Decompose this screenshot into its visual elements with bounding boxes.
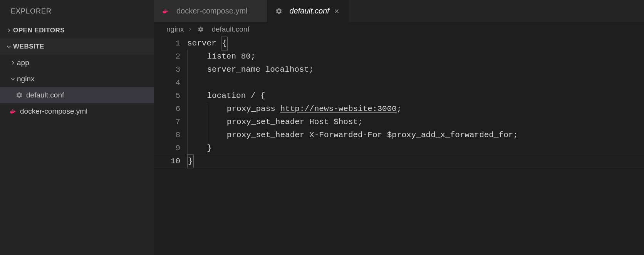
tree-file-default-conf[interactable]: default.conf [0,87,154,103]
code-line[interactable]: listen 80; [187,50,644,63]
tab-label: default.conf [290,7,329,15]
code-content[interactable]: server { listen 80; server_name localhos… [187,37,644,255]
tab-label: docker-compose.yml [176,7,248,15]
app-root: EXPLORER OPEN EDITORS WEBSITE app [0,0,644,255]
gear-icon [15,92,24,99]
gear-icon [274,8,283,15]
explorer-sidebar: EXPLORER OPEN EDITORS WEBSITE app [0,0,154,255]
tree-label: app [17,59,154,67]
docker-icon [161,7,170,15]
line-number: 4 [154,76,180,89]
code-line[interactable]: proxy_set_header Host $host; [187,116,644,129]
breadcrumb-segment[interactable]: default.conf [211,25,249,34]
chevron-down-icon [8,76,17,82]
line-gutter: 12345678910 [154,37,187,255]
line-number: 3 [154,63,180,76]
docker-icon [8,107,18,115]
line-number: 5 [154,89,180,102]
code-line[interactable]: proxy_pass http://news-website:3000; [187,102,644,116]
line-number: 6 [154,102,180,116]
tree-folder-app[interactable]: app [0,55,154,71]
code-line[interactable]: server { [187,37,644,50]
code-line[interactable]: } [187,155,644,168]
code-line[interactable]: } [187,142,644,155]
chevron-down-icon [5,44,13,49]
chevron-right-icon [188,27,192,32]
file-tree: app nginx default.conf docker-compose.ym… [0,55,154,119]
gear-icon [196,26,205,32]
project-label: WEBSITE [13,43,44,50]
line-number: 10 [154,155,180,168]
url-link[interactable]: http://news-website:3000 [280,102,396,116]
tree-label: docker-compose.yml [20,107,154,116]
chevron-right-icon [8,60,17,65]
line-number: 8 [154,129,180,142]
breadcrumb-segment[interactable]: nginx [166,25,184,34]
editor-area: docker-compose.yml default.conf nginx [154,0,644,255]
tree-folder-nginx[interactable]: nginx [0,71,154,87]
line-number: 7 [154,116,180,129]
code-line[interactable] [187,76,644,89]
explorer-title: EXPLORER [0,0,154,22]
code-line[interactable]: location / { [187,89,644,102]
breadcrumb[interactable]: nginx default.conf [154,22,644,36]
code-line[interactable]: proxy_set_header X-Forwarded-For $proxy_… [187,129,644,142]
project-header[interactable]: WEBSITE [0,39,154,55]
code-line[interactable]: server_name localhost; [187,63,644,76]
tree-file-docker-compose[interactable]: docker-compose.yml [0,103,154,119]
tab-bar: docker-compose.yml default.conf [154,0,644,22]
tab-default-conf[interactable]: default.conf [267,0,349,22]
tree-label: nginx [17,75,154,83]
tree-label: default.conf [26,91,154,99]
open-editors-header[interactable]: OPEN EDITORS [0,22,154,39]
line-number: 1 [154,37,180,50]
code-editor[interactable]: 12345678910 server { listen 80; server_n… [154,36,644,255]
line-number: 2 [154,50,180,63]
open-editors-label: OPEN EDITORS [13,27,65,34]
line-number: 9 [154,142,180,155]
close-icon[interactable] [333,8,340,15]
tab-docker-compose[interactable]: docker-compose.yml [154,0,267,22]
chevron-right-icon [5,28,13,33]
